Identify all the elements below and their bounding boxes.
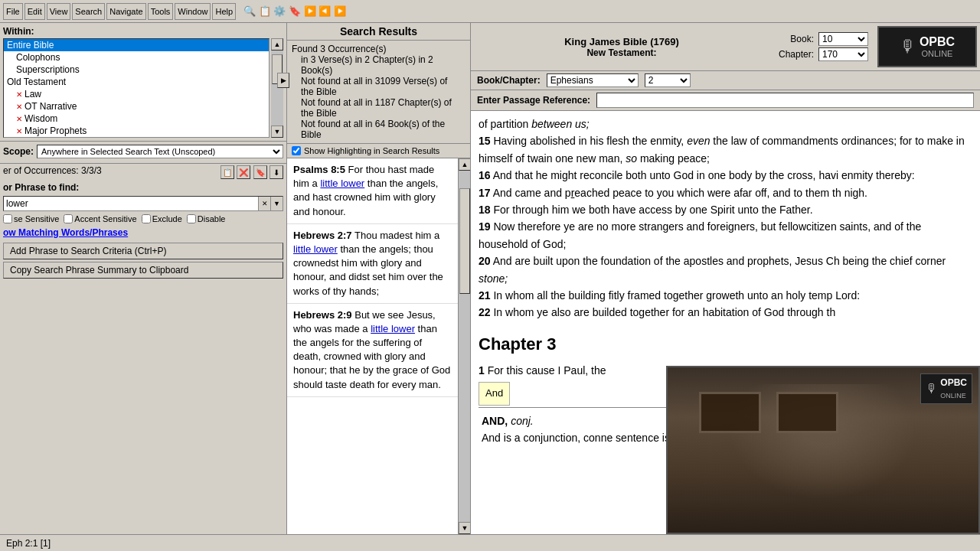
opbc-text: OPBC ONLINE [920,35,955,58]
nt-nav-section: Book: 10 Chapter: 170 [773,29,874,64]
passage-ref-bar: Enter Passage Reference: [471,90,980,111]
toolbar-help-btn[interactable]: Help [212,3,236,20]
status-text: Eph 2:1 [1] [6,538,51,549]
tree-scroll-up-btn[interactable]: ▲ [271,38,283,51]
verse-num-22: 22 [479,306,491,318]
occurrences-btn3[interactable]: 🔖 [253,165,267,179]
results-scroll-down[interactable]: ▼ [459,522,470,534]
tree-item-entire-bible[interactable]: Entire Bible [4,39,269,51]
bible-header-top: King James Bible (1769) New Testament: B… [471,23,980,71]
opbc-logo-inner: 🎙 OPBC ONLINE [900,35,955,58]
search-input-box: ✕ ▼ [3,196,283,211]
verse-continuation: of partition between us; [479,116,972,132]
book-chapter-nav: Book/Chapter: Ephesians 2 [471,71,980,90]
tree-container: Entire Bible Colophons Superscriptions O… [3,38,270,138]
tree-item-superscriptions[interactable]: Superscriptions [4,64,269,76]
frame2 [776,392,838,433]
verse-num-20: 20 [479,255,491,267]
results-scroll-thumb[interactable] [459,188,470,294]
occurrences-btn4[interactable]: ⬇ [270,165,283,179]
tree-item-old-testament[interactable]: Old Testament [4,76,269,88]
video-opbc-label: OPBC [940,376,967,390]
toolbar-edit-btn[interactable]: Edit [24,3,45,20]
tree-item-major-prophets[interactable]: ✕Major Prophets [4,125,269,137]
book-chapter-book-select[interactable]: Ephesians [547,73,639,87]
disable-checkbox[interactable] [187,214,196,223]
results-scroll-track [459,171,470,522]
scope-select[interactable]: Anywhere in Selected Search Text (Unscop… [37,145,283,158]
accent-sensitive-option[interactable]: Accent Sensitive [64,214,136,223]
case-sensitive-label: se Sensitive [14,214,59,223]
search-input[interactable] [4,197,258,210]
video-opbc-text: OPBC ONLINE [940,376,967,402]
search-clear-btn[interactable]: ✕ [258,197,270,210]
show-matching-link[interactable]: ow Matching Words/Phrases [3,227,128,238]
status-bar: Eph 2:1 [1] [0,534,980,551]
testament-label: New Testament: [477,47,766,58]
results-scroll-up[interactable]: ▲ [459,158,470,171]
case-sensitive-checkbox[interactable] [3,214,12,223]
accent-sensitive-label: Accent Sensitive [74,214,136,223]
action-buttons: Add Phrase to Search Criteria (Ctrl+P) C… [0,240,286,282]
x-icon-2: ✕ [16,103,22,111]
occurrences-btn1[interactable]: 📋 [220,165,234,179]
result-item-psalms[interactable]: Psalms 8:5 For thou hast made him a litt… [287,158,458,224]
passage-ref-input[interactable] [596,93,974,108]
search-summary: Found 3 Occurrence(s) in 3 Verse(s) in 2… [287,41,470,144]
toolbar-view-btn[interactable]: View [47,3,71,20]
not-found2: Not found at all in 1187 Chapter(s) of t… [301,97,466,119]
toolbar-window-btn[interactable]: Window [175,3,211,20]
within-label: Within: [3,26,283,37]
verse-num-3-1: 1 [479,364,485,377]
copy-summary-btn[interactable]: Copy Search Phrase Summary to Clipboard [3,262,283,279]
book-row: Book: 10 [790,32,868,46]
mic-icon: 🎙 [900,37,916,57]
tree-item-wisdom[interactable]: ✕Wisdom [4,112,269,125]
italic-even: even [687,135,710,147]
exclude-checkbox[interactable] [142,214,151,223]
results-container: Psalms 8:5 For thou hast made him a litt… [287,158,470,534]
case-sensitive-option[interactable]: se Sensitive [3,214,59,223]
accent-sensitive-checkbox[interactable] [64,214,73,223]
result-item-hebrews27[interactable]: Hebrews 2:7 Thou madest him a little low… [287,224,458,304]
results-scrollbar: ▲ ▼ [458,158,470,534]
scope-section: Scope: Anywhere in Selected Search Text … [0,142,286,164]
x-icon: ✕ [16,90,22,99]
definition-title: AND, [482,415,508,427]
disable-option[interactable]: Disable [187,214,226,223]
tree-item-colophons[interactable]: Colophons [4,51,269,64]
tooltip-word: And [485,387,503,399]
add-phrase-btn[interactable]: Add Phrase to Search Criteria (Ctrl+P) [3,243,283,259]
exclude-option[interactable]: Exclude [142,214,182,223]
toolbar: File Edit View Search Navigate Tools Win… [0,0,980,23]
search-history-btn[interactable]: ▼ [270,197,283,210]
scope-label: Scope: [3,146,34,157]
passage-ref-label: Enter Passage Reference: [477,95,590,106]
verse-num-21: 21 [479,289,491,302]
result-item-hebrews29[interactable]: Hebrews 2:9 But we see Jesus, who was ma… [287,304,458,397]
verse-20: 20 And are built upon the foundation of … [479,253,972,287]
tree-scroll-track [271,51,283,126]
book-select[interactable]: 10 [818,32,868,46]
found-line2-text: in 3 Verse(s) in 2 Chapter(s) in 2 [301,54,433,65]
show-highlight-checkbox[interactable] [292,146,301,155]
toolbar-navigate-btn[interactable]: Navigate [106,3,145,20]
occurrences-btn2[interactable]: ❌ [237,165,250,179]
opbc-online-label: ONLINE [922,49,953,58]
book-chapter-label: Book/Chapter: [477,75,541,86]
toolbar-file-btn[interactable]: File [3,3,23,20]
tree-scroll-down-btn[interactable]: ▼ [271,126,283,138]
found-line2b-text: Book(s) [301,65,332,76]
tree-item-ot-narrative[interactable]: ✕OT Narrative [4,100,269,112]
verse-15: 15 Having abolished in his flesh the enm… [479,132,972,167]
x-icon-3: ✕ [16,115,22,123]
toolbar-tools-btn[interactable]: Tools [148,3,174,20]
verse-num-17: 17 [479,187,491,199]
tree-item-law[interactable]: ✕Law [4,88,269,100]
expand-btn[interactable]: ▶ [277,73,289,88]
italic-between: between us; [531,118,590,130]
book-chapter-chapter-select[interactable]: 2 [645,73,691,87]
toolbar-search-btn[interactable]: Search [72,3,105,20]
within-section: Within: Entire Bible Colophons Superscri… [0,23,286,142]
chapter-select[interactable]: 170 [818,47,868,61]
